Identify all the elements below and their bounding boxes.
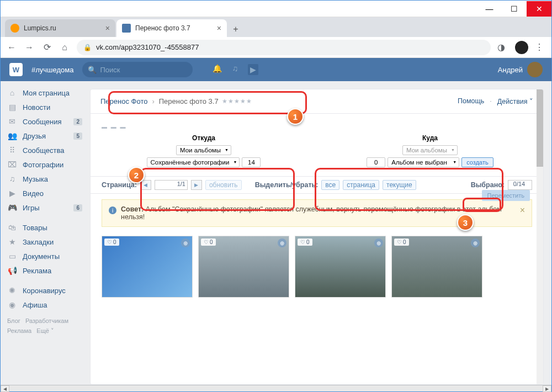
new-tab-button[interactable]: + <box>228 22 243 37</box>
close-icon[interactable]: × <box>520 205 525 215</box>
tab-close-icon[interactable]: × <box>217 24 221 33</box>
vk-logo[interactable]: W <box>9 63 23 76</box>
scroll-left-button[interactable]: ◀ <box>1 385 9 392</box>
notifications-icon[interactable]: 🔔 <box>213 64 222 75</box>
lock-icon: 🔒 <box>83 44 92 51</box>
sidebar-item-afisha[interactable]: ◉Афиша <box>1 298 89 312</box>
back-button[interactable]: ← <box>6 42 17 53</box>
scrollbar-vertical[interactable] <box>537 89 543 384</box>
page-input[interactable]: 1/1 <box>155 180 188 190</box>
address-bar[interactable]: 🔒 vk.com/app3231070_-45558877 <box>77 40 491 55</box>
sidebar-item-market[interactable]: 🛍Товары <box>1 220 89 235</box>
zoom-icon[interactable]: ⊕ <box>471 239 480 247</box>
like-badge: ♡ 0 <box>104 239 119 246</box>
sidebar-label: Моя страница <box>23 89 70 97</box>
sidebar-label: Афиша <box>23 301 47 309</box>
next-page-button[interactable]: ▶ <box>191 180 202 190</box>
photo-thumb[interactable]: ♡ 0⊕ <box>295 236 386 298</box>
extension-icon[interactable]: ◑ <box>497 42 508 53</box>
photo-grid: ♡ 0⊕ ♡ 0⊕ ♡ 0⊕ ♡ 0⊕ <box>91 232 543 301</box>
like-badge: ♡ 0 <box>298 239 312 246</box>
sidebar-item-video[interactable]: ▶Видео <box>1 186 89 200</box>
callout-badge: 2 <box>128 167 145 183</box>
vk-username: Андрей <box>498 66 523 74</box>
select-all-button[interactable]: все <box>321 180 339 190</box>
sidebar-item-docs[interactable]: ▭Документы <box>1 249 89 263</box>
to-albums-select[interactable]: Мои альбомы <box>402 145 458 155</box>
tab-title: Lumpics.ru <box>24 24 56 32</box>
window-close-button[interactable]: ✕ <box>527 1 551 17</box>
window-maximize-button[interactable]: ☐ <box>502 1 527 17</box>
select-current-button[interactable]: текущие <box>383 180 416 190</box>
home-button[interactable]: ⌂ <box>59 42 70 53</box>
vk-user-menu[interactable]: Андрей <box>498 62 543 77</box>
footer-link[interactable]: Ещё ˅ <box>36 327 54 334</box>
prev-page-button[interactable]: ◀ <box>140 180 151 190</box>
sidebar-footer: Блог Разработчикам Реклама Ещё ˅ <box>1 312 89 340</box>
window-minimize-button[interactable]: — <box>477 1 502 17</box>
zoom-icon[interactable]: ⊕ <box>278 239 286 247</box>
sidebar-item-photos[interactable]: ⌧Фотографии <box>1 157 89 172</box>
player-icon[interactable]: ▶ <box>248 64 258 75</box>
sidebar-item-games[interactable]: 🎮Игры6 <box>1 200 89 215</box>
sidebar-item-messages[interactable]: ✉Сообщения2 <box>1 114 89 129</box>
breadcrumb-root[interactable]: Перенос Фото <box>100 97 147 105</box>
to-panel: Куда Мои альбомы 0 Альбом не выбран созд… <box>328 134 532 169</box>
vk-hashtag[interactable]: #лучшедома <box>31 66 73 74</box>
selected-count: 0/14 <box>508 180 532 190</box>
select-label: Выделить/убрать: <box>255 181 319 189</box>
footer-link[interactable]: Реклама <box>7 327 31 334</box>
window-titlebar: — ☐ ✕ <box>1 1 551 17</box>
home-icon: ⌂ <box>7 88 17 97</box>
sidebar-item-friends[interactable]: 👥Друзья5 <box>1 129 89 143</box>
avatar <box>527 62 543 77</box>
footer-link[interactable]: Блог <box>7 317 20 324</box>
browser-menu-button[interactable]: ⋮ <box>535 42 546 53</box>
actions-dropdown[interactable]: Действия ˅ <box>497 97 533 105</box>
callout-badge: 3 <box>457 214 474 231</box>
sidebar-label: Реклама <box>23 267 51 275</box>
search-icon: 🔍 <box>88 66 97 74</box>
info-icon: i <box>109 206 116 214</box>
profile-avatar[interactable] <box>515 41 528 54</box>
scrollbar-horizontal[interactable]: ◀ ▶ <box>1 385 551 391</box>
browser-tab-active[interactable]: Перенос фото 3.7 × <box>116 19 227 37</box>
rating-stars[interactable]: ★★★★★ <box>222 98 252 105</box>
from-title: Откуда <box>102 134 306 142</box>
sidebar-item-mypage[interactable]: ⌂Моя страница <box>1 86 89 100</box>
scroll-right-button[interactable]: ▶ <box>543 385 551 392</box>
zoom-icon[interactable]: ⊕ <box>374 239 383 247</box>
sidebar-item-bookmarks[interactable]: ★Закладки <box>1 235 89 249</box>
reload-button[interactable]: ⟳ <box>41 42 52 53</box>
move-button[interactable]: Переместить <box>482 190 530 201</box>
tab-close-icon[interactable]: × <box>105 24 110 33</box>
browser-tab[interactable]: Lumpics.ru × <box>5 19 115 37</box>
callout-badge: 1 <box>287 108 304 125</box>
groups-icon: ⠿ <box>7 146 17 155</box>
sidebar-item-groups[interactable]: ⠿Сообщества <box>1 143 89 157</box>
forward-button[interactable]: → <box>24 42 35 53</box>
photo-thumb[interactable]: ♡ 0⊕ <box>198 236 289 298</box>
to-target-select[interactable]: Альбом не выбран <box>388 157 459 167</box>
sidebar-item-corona[interactable]: ✺Коронавирус <box>1 283 89 298</box>
sidebar-item-ads[interactable]: 📢Реклама <box>1 263 89 278</box>
vk-search-input[interactable]: 🔍 Поиск <box>82 62 193 77</box>
photo-thumb[interactable]: ♡ 0⊕ <box>102 236 193 298</box>
afisha-icon: ◉ <box>7 300 17 309</box>
refresh-button[interactable]: обновить <box>205 180 242 190</box>
music-icon[interactable]: ♫ <box>232 64 238 75</box>
footer-link[interactable]: Разработчикам <box>25 317 68 324</box>
create-button[interactable]: создать <box>461 157 493 167</box>
help-link[interactable]: Помощь <box>458 97 484 105</box>
friends-icon: 👥 <box>7 131 17 140</box>
news-icon: ▤ <box>7 103 17 112</box>
from-albums-select[interactable]: Мои альбомы <box>176 145 231 155</box>
sidebar-item-news[interactable]: ▤Новости <box>1 100 89 114</box>
to-title: Куда <box>328 134 532 142</box>
select-page-button[interactable]: страница <box>343 180 379 190</box>
photo-thumb[interactable]: ♡ 0⊕ <box>391 236 482 298</box>
badge: 5 <box>73 133 82 140</box>
sidebar-item-music[interactable]: ♫Музыка <box>1 172 89 186</box>
from-saved-select[interactable]: Сохранённые фотографии <box>147 157 240 167</box>
zoom-icon[interactable]: ⊕ <box>181 239 190 247</box>
